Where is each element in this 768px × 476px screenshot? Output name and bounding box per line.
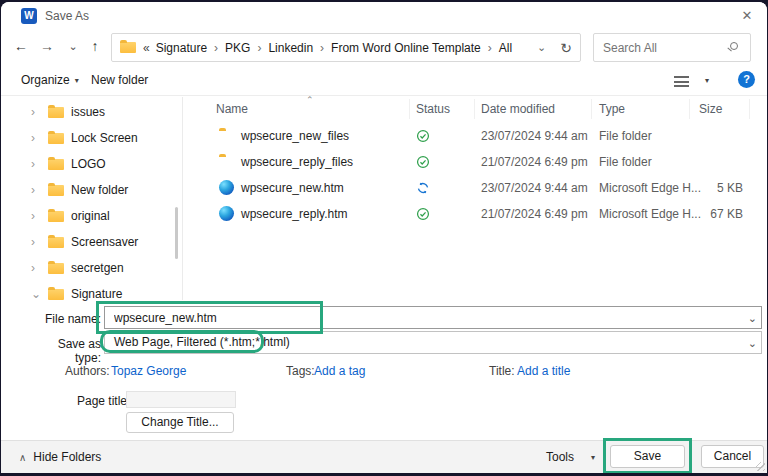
sidebar-item-logo[interactable]: › LOGO [1,151,182,177]
chevron-right-icon[interactable]: › [31,177,35,203]
folder-icon [48,211,64,222]
chevron-right-icon[interactable]: › [31,151,35,177]
edge-browser-icon [219,180,234,195]
breadcrumb-segment[interactable]: PKG [225,41,250,55]
file-name-input[interactable] [104,306,762,329]
chevron-right-icon[interactable]: › [31,229,35,255]
forward-icon[interactable]: → [37,38,57,54]
breadcrumb-segment[interactable]: From Word Online Template [331,41,481,55]
chevron-down-icon: ▾ [591,453,595,462]
organize-button[interactable]: Organize▾ [21,73,79,87]
view-mode-icon[interactable] [674,76,689,87]
chevron-down-icon[interactable]: ⌄ [748,312,757,325]
file-list-header: Name ⌃ Status Date modified Type Size [184,97,767,121]
tags-label: Tags: [286,364,315,378]
chevron-right-icon[interactable]: › [31,99,35,125]
file-date-modified: 23/07/2024 9:44 am [481,181,588,195]
syncing-status-icon [416,181,430,195]
new-folder-button[interactable]: New folder [91,73,148,87]
footer-bar: ∧Hide Folders Tools ▾ Save Cancel [1,440,767,473]
back-icon[interactable]: ← [11,38,31,54]
search-input[interactable] [603,35,723,60]
add-tag-link[interactable]: Add a tag [314,364,365,378]
column-header-size[interactable]: Size [699,102,722,116]
synced-status-icon [416,129,430,143]
sidebar-item-label: secretgen [71,255,124,281]
close-icon[interactable]: ✕ [735,5,759,27]
recent-locations-chevron-icon[interactable]: ⌄ [63,40,83,53]
change-title-button[interactable]: Change Title... [126,412,234,433]
help-icon[interactable]: ? [738,71,755,88]
save-as-type-select[interactable]: Web Page, Filtered (*.htm;*.html) [104,331,762,354]
tools-chevron-icon[interactable]: ▾ [586,450,595,464]
column-header-status[interactable]: Status [416,102,450,116]
chevron-up-icon: ∧ [19,452,26,463]
column-header-date-modified[interactable]: Date modified [481,102,555,116]
organize-label: Organize [21,73,70,87]
file-row[interactable]: wpsecure_reply.htm 21/07/2024 6:49 pm Mi… [184,201,767,227]
resize-grip[interactable] [756,462,765,471]
file-type: File folder [599,155,652,169]
chevron-right-icon[interactable]: › [31,125,35,151]
column-divider[interactable] [749,99,750,119]
sidebar-item-label: Lock Screen [71,125,138,151]
file-name: wpsecure_reply_files [241,155,353,169]
save-button[interactable]: Save [610,445,685,468]
chevron-right-icon: › [214,41,218,55]
sidebar-item-secretgen[interactable]: › secretgen [1,255,182,281]
search-box [593,33,751,62]
sidebar-item-lock-screen[interactable]: › Lock Screen [1,125,182,151]
refresh-icon[interactable]: ↻ [560,40,572,56]
up-icon[interactable]: ↑ [85,38,105,54]
breadcrumb-segment[interactable]: Signature [156,41,207,55]
file-row[interactable]: wpsecure_new.htm 23/07/2024 9:44 am Micr… [184,175,767,201]
folder-icon [48,159,64,170]
save-as-dialog: W Save As ✕ ← → ⌄ ↑ « Signature › PKG › … [1,2,767,473]
command-toolbar: Organize▾ New folder ▾ ? [1,66,767,96]
tools-button[interactable]: Tools [546,450,574,464]
hide-folders-label: Hide Folders [33,450,101,464]
sidebar-item-new-folder[interactable]: › New folder [1,177,182,203]
breadcrumb[interactable]: « Signature › PKG › Linkedin › From Word… [111,33,581,62]
chevron-down-icon: ▾ [705,76,709,85]
sidebar-item-label: Screensaver [71,229,138,255]
sidebar-item-original[interactable]: › original [1,203,182,229]
word-app-icon: W [21,8,37,24]
column-header-name[interactable]: Name [216,102,248,116]
address-dropdown-chevron-icon[interactable]: ⌄ [537,41,546,54]
file-type: File folder [599,129,652,143]
column-divider[interactable] [409,99,410,119]
save-as-type-value: Web Page, Filtered (*.htm;*.html) [114,335,290,349]
sidebar-item-issues[interactable]: › issues [1,99,182,125]
chevron-right-icon[interactable]: › [31,203,35,229]
cancel-button[interactable]: Cancel [701,445,764,468]
hide-folders-button[interactable]: ∧Hide Folders [19,450,101,464]
breadcrumb-collapse-prefix[interactable]: « [143,41,150,55]
chevron-down-icon[interactable]: ⌄ [748,337,757,350]
chevron-right-icon[interactable]: › [31,255,35,281]
file-name: wpsecure_reply.htm [241,207,348,221]
file-row[interactable]: wpsecure_reply_files 21/07/2024 6:49 pm … [184,149,767,175]
folder-icon [48,185,64,196]
sidebar-item-screensaver[interactable]: › Screensaver [1,229,182,255]
file-date-modified: 23/07/2024 9:44 am [481,129,588,143]
edge-browser-icon [219,206,234,221]
page-title-input[interactable] [126,391,236,408]
file-date-modified: 21/07/2024 6:49 pm [481,155,588,169]
sidebar-scrollbar[interactable] [175,207,178,259]
file-size: 67 KB [681,207,743,221]
folder-icon [48,289,64,300]
breadcrumb-segment[interactable]: All [499,41,512,55]
authors-link[interactable]: Topaz George [111,364,186,378]
view-mode-chevron-icon[interactable]: ▾ [700,73,709,87]
search-icon[interactable] [730,42,738,50]
synced-status-icon [416,207,430,221]
column-divider[interactable] [689,99,690,119]
sort-ascending-icon: ⌃ [306,95,314,105]
file-row[interactable]: wpsecure_new_files 23/07/2024 9:44 am Fi… [184,123,767,149]
column-header-type[interactable]: Type [599,102,625,116]
breadcrumb-segment[interactable]: Linkedin [268,41,313,55]
column-divider[interactable] [474,99,475,119]
column-divider[interactable] [591,99,592,119]
add-title-link[interactable]: Add a title [517,364,570,378]
